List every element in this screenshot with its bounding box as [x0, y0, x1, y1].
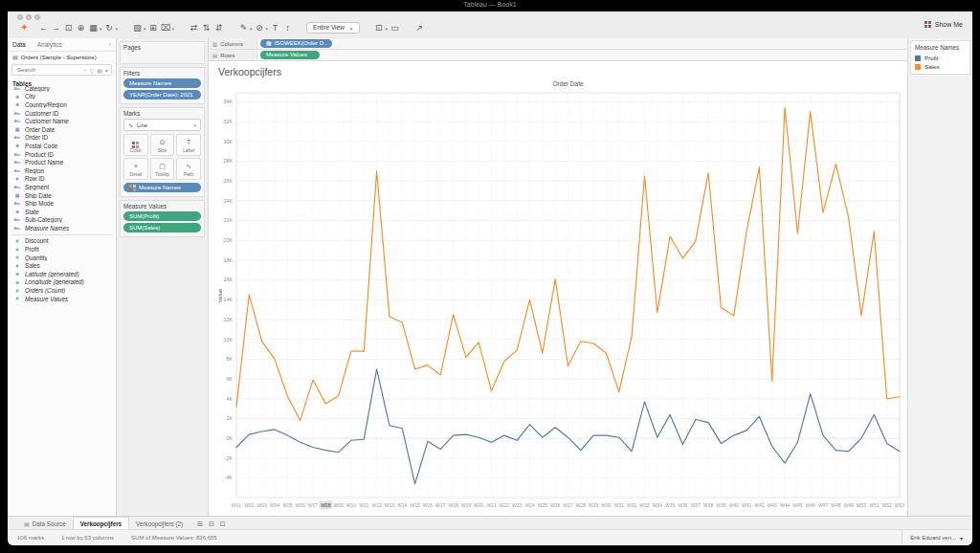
x-tick-label[interactable]: W36 — [678, 502, 688, 508]
x-tick-label[interactable]: W33 — [639, 502, 650, 508]
new-sheet-icon[interactable]: ▦ — [87, 23, 100, 33]
label-button[interactable]: TLabel — [176, 134, 201, 156]
field-order-id[interactable]: AbcOrder ID — [8, 134, 116, 143]
x-tick-label[interactable]: W21 — [486, 502, 497, 508]
text-label-icon[interactable]: T — [269, 23, 281, 33]
field-profit[interactable]: #Profit — [8, 245, 116, 254]
fix-axes-icon[interactable]: ↕ — [281, 23, 294, 33]
field-region[interactable]: AbcRegion — [8, 166, 116, 175]
x-tick-label[interactable]: W02 — [244, 502, 255, 508]
x-tick-label[interactable]: W24 — [524, 502, 535, 508]
x-tick-label[interactable]: W46 — [806, 502, 816, 508]
x-tick-label[interactable]: W49 — [844, 502, 855, 508]
rows-pill-measure-values[interactable]: Measure Values — [260, 51, 320, 59]
legend-item-sales[interactable]: Sales — [915, 62, 966, 71]
x-tick-label[interactable]: W40 — [729, 502, 740, 508]
x-tick-label[interactable]: W48 — [831, 502, 841, 508]
refresh-icon-caret[interactable]: ▾ — [116, 26, 119, 32]
x-tick-label[interactable]: W10 — [346, 502, 357, 508]
field-order-date[interactable]: ▦Order Date — [8, 125, 116, 134]
x-tick-label[interactable]: W23 — [512, 502, 523, 508]
filter-fields-icon[interactable]: ▽ — [90, 67, 95, 74]
user-menu[interactable]: Erik Eduard ven... ▾ — [902, 530, 963, 545]
add-data-icon[interactable]: ⊕ — [75, 23, 87, 33]
new-dashboard-icon[interactable]: ⊟ — [209, 520, 214, 528]
field-country-region[interactable]: ⊕Country/Region — [8, 100, 116, 109]
back-icon[interactable]: ← — [37, 23, 50, 33]
x-tick-label[interactable]: W38 — [703, 502, 714, 508]
show-labels-icon-caret[interactable]: ▾ — [385, 26, 388, 32]
search-icon[interactable]: ⌕ — [83, 67, 86, 74]
format-icon-caret[interactable]: ▾ — [266, 26, 269, 32]
x-tick-label[interactable]: W37 — [691, 502, 702, 508]
x-tick-label[interactable]: W16 — [423, 502, 434, 508]
x-tick-label[interactable]: W42 — [754, 502, 765, 508]
x-tick-label[interactable]: W08 — [321, 502, 331, 508]
measure-pill-sum-sales[interactable]: SUM(Sales) — [123, 223, 201, 232]
field-longitude-generated[interactable]: ⊕Longitude (generated) — [8, 278, 116, 287]
refresh-icon[interactable]: ↻ — [103, 23, 116, 33]
search-input[interactable] — [15, 66, 80, 74]
field-quantity[interactable]: #Quantity — [8, 254, 116, 262]
x-tick-label[interactable]: W06 — [295, 502, 305, 508]
field-row-id[interactable]: #Row ID — [8, 175, 116, 184]
x-tick-label[interactable]: W47 — [818, 502, 829, 508]
x-tick-label[interactable]: W09 — [333, 502, 344, 508]
new-story-icon[interactable]: ⊡ — [220, 520, 226, 528]
x-tick-label[interactable]: W43 — [768, 502, 778, 508]
measure-pill-sum-profit[interactable]: SUM(Profit) — [123, 211, 201, 221]
x-tick-label[interactable]: W04 — [270, 502, 280, 508]
tab-data[interactable]: Data — [12, 41, 26, 48]
filter-pill-measure-names[interactable]: Measure Names — [123, 78, 201, 88]
format-icon[interactable]: ⊘ — [254, 23, 266, 33]
clear-sheet-icon-caret[interactable]: ▾ — [172, 26, 175, 32]
x-tick-label[interactable]: W22 — [500, 502, 510, 508]
search-box[interactable]: ⌕ ▽ ▤ ▾ — [11, 64, 112, 76]
legend-item-profit[interactable]: Profit — [915, 54, 966, 62]
filters-card[interactable]: Filters Measure NamesYEAR(Order Date): 2… — [120, 67, 205, 104]
x-tick-label[interactable]: W51 — [869, 502, 880, 508]
field-segment[interactable]: AbcSegment — [8, 183, 116, 191]
line-chart[interactable]: -4K-2K0K2K4K6K8K10K12K14K16K18K20K22K24K… — [209, 61, 907, 519]
worksheet-canvas[interactable]: Verkoopcijfers -4K-2K0K2K4K6K8K10K12K14K… — [209, 60, 907, 517]
field-customer-id[interactable]: AbcCustomer ID — [8, 109, 116, 118]
field-postal-code[interactable]: ⊕Postal Code — [8, 142, 116, 150]
x-tick-label[interactable]: W28 — [576, 502, 587, 508]
share-icon[interactable]: ↗ — [413, 23, 426, 33]
x-tick-label[interactable]: W44 — [780, 502, 791, 508]
x-tick-label[interactable]: W05 — [282, 502, 293, 508]
sort-descending-icon[interactable]: ⇵ — [212, 23, 225, 33]
detail-button[interactable]: ≡Detail — [123, 158, 148, 180]
x-tick-label[interactable]: W11 — [359, 502, 368, 508]
tooltip-button[interactable]: ▢Tooltip — [150, 158, 175, 180]
view-options-caret-icon[interactable]: ▾ — [105, 67, 108, 74]
field-product-name[interactable]: AbcProduct Name — [8, 158, 116, 166]
x-tick-label[interactable]: W45 — [792, 502, 803, 508]
swap-axes-icon[interactable]: ⇄ — [188, 23, 200, 33]
x-tick-label[interactable]: W35 — [665, 502, 676, 508]
field-measure-values[interactable]: #Measure Values — [8, 295, 116, 303]
duplicate-icon[interactable]: ⊞ — [147, 23, 160, 33]
x-tick-label[interactable]: W25 — [538, 502, 548, 508]
field-sales[interactable]: #Sales — [8, 261, 116, 270]
field-ship-date[interactable]: ▦Ship Date — [8, 191, 116, 200]
x-tick-label[interactable]: W27 — [563, 502, 573, 508]
new-worksheet-icon[interactable]: ⊞ — [197, 520, 203, 528]
highlight-icon-caret[interactable]: ▾ — [250, 26, 253, 32]
columns-shelf[interactable]: ▥ Columns ▦ ISOWEEK(Order D.. — [209, 38, 907, 50]
x-tick-label[interactable]: W41 — [742, 502, 752, 508]
view-data-icon[interactable]: ▧ — [131, 23, 144, 33]
x-tick-label[interactable]: W29 — [589, 502, 599, 508]
x-tick-label[interactable]: W17 — [435, 502, 446, 508]
new-sheet-icon-caret[interactable]: ▾ — [100, 26, 102, 32]
x-tick-label[interactable]: W07 — [308, 502, 319, 508]
presentation-icon[interactable]: ▭ — [389, 23, 401, 33]
x-tick-label[interactable]: W13 — [385, 502, 395, 508]
x-tick-label[interactable]: W32 — [627, 502, 637, 508]
x-tick-label[interactable]: W15 — [410, 502, 420, 508]
x-tick-label[interactable]: W18 — [448, 502, 458, 508]
x-tick-label[interactable]: W53 — [895, 502, 905, 508]
show-labels-icon[interactable]: ⊡ — [372, 23, 385, 33]
x-tick-label[interactable]: W01 — [232, 502, 242, 508]
x-tick-label[interactable]: W34 — [653, 502, 663, 508]
